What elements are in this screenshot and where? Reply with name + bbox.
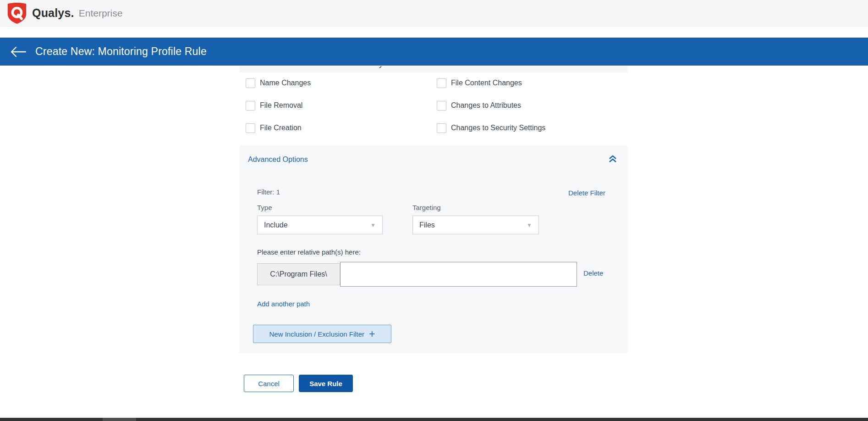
checkbox-icon[interactable]: [246, 101, 255, 111]
targeting-selected-value: Files: [419, 221, 527, 229]
checkbox-changes-to-security-settings[interactable]: Changes to Security Settings: [437, 123, 545, 133]
cancel-button[interactable]: Cancel: [244, 375, 294, 392]
taskbar-active-segment[interactable]: [103, 418, 136, 421]
brand-name: Qualys.: [32, 6, 74, 20]
checkbox-icon[interactable]: [437, 101, 446, 111]
checkbox-changes-to-attributes[interactable]: Changes to Attributes: [437, 100, 521, 111]
type-field-label: Type: [257, 204, 272, 211]
checkbox-label: Changes to Attributes: [451, 101, 521, 110]
targeting-field-label: Targeting: [412, 204, 441, 211]
advanced-options-toggle[interactable]: Advanced Options: [248, 155, 308, 164]
checkbox-icon[interactable]: [437, 78, 446, 88]
checkbox-icon[interactable]: [246, 78, 255, 88]
arrow-left-icon: [10, 46, 27, 58]
checkbox-name-changes[interactable]: Name Changes: [246, 78, 311, 88]
checkbox-label: Name Changes: [260, 79, 311, 87]
clipped-heading-fragment: y: [379, 66, 383, 69]
bottom-taskbar-strip[interactable]: [0, 418, 868, 421]
caret-down-icon: ▼: [370, 222, 376, 228]
page-title: Create New: Monitoring Profile Rule: [35, 45, 207, 58]
type-select[interactable]: Include ▼: [257, 216, 383, 234]
qualys-logo-icon: [7, 2, 27, 24]
delete-filter-link[interactable]: Delete Filter: [568, 189, 605, 197]
checkbox-icon[interactable]: [246, 123, 255, 133]
type-selected-value: Include: [264, 221, 370, 229]
brand-edition: Enterprise: [79, 8, 123, 19]
delete-path-link[interactable]: Delete: [583, 269, 603, 277]
checkbox-file-content-changes[interactable]: File Content Changes: [437, 78, 522, 88]
back-button[interactable]: [10, 46, 27, 58]
checkbox-label: File Creation: [260, 124, 302, 132]
path-prompt-label: Please enter relative path(s) here:: [257, 248, 361, 256]
checkbox-label: File Removal: [260, 101, 302, 110]
top-brand-bar: Qualys. Enterprise: [0, 0, 868, 27]
chevron-double-up-icon[interactable]: [608, 155, 617, 165]
add-another-path-link[interactable]: Add another path: [257, 300, 310, 308]
save-rule-button[interactable]: Save Rule: [299, 375, 353, 392]
relative-path-input[interactable]: [340, 262, 577, 287]
checkbox-label: Changes to Security Settings: [451, 124, 545, 132]
caret-down-icon: ▼: [527, 222, 532, 228]
checkbox-label: File Content Changes: [451, 79, 522, 87]
checkbox-file-creation[interactable]: File Creation: [246, 123, 302, 133]
page-header: Create New: Monitoring Profile Rule: [0, 38, 868, 66]
filter-number-label: Filter: 1: [257, 188, 280, 196]
new-inclusion-exclusion-filter-button[interactable]: New Inclusion / Exclusion Filter +: [253, 325, 391, 343]
path-prefix-box: C:\Program Files\: [257, 263, 340, 285]
plus-icon: +: [369, 329, 375, 338]
new-filter-button-label: New Inclusion / Exclusion Filter: [269, 330, 364, 338]
targeting-select[interactable]: Files ▼: [412, 216, 539, 234]
scrolled-content-strip: y: [240, 66, 627, 72]
checkbox-icon[interactable]: [437, 123, 446, 133]
checkbox-file-removal[interactable]: File Removal: [246, 100, 302, 111]
